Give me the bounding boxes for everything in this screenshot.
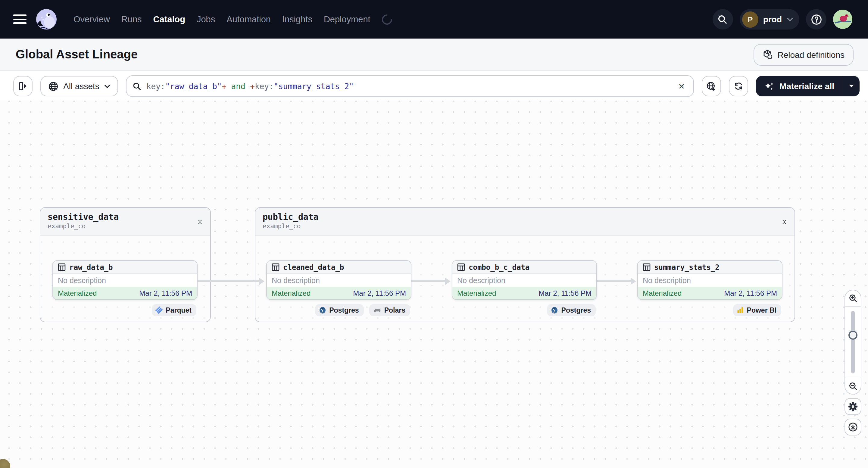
chevron-down-icon — [104, 84, 110, 88]
tag-power-bi[interactable]: Power BI — [733, 304, 781, 316]
asset-node-combo-b-c-data[interactable]: combo_b_c_data No description Materializ… — [452, 260, 597, 300]
nav-left: Overview Runs Catalog Jobs Automation In… — [0, 8, 392, 31]
materialization-timestamp: Mar 2, 11:56 PM — [724, 289, 777, 297]
gear-icon — [848, 402, 858, 411]
zoom-in-button[interactable] — [845, 290, 861, 307]
zoom-in-icon — [848, 293, 858, 303]
nav-item-overview[interactable]: Overview — [73, 14, 110, 24]
group-code-location: example_co — [48, 222, 203, 230]
lineage-toolbar: All assets key:"raw_data_b"+ and +key:"s… — [0, 71, 868, 102]
nav-right: P prod — [713, 9, 868, 30]
globe-plus-icon — [706, 81, 716, 91]
zoom-slider-thumb[interactable] — [848, 331, 858, 340]
tag-label: Power BI — [747, 307, 776, 314]
asset-status-row: Materialized Mar 2, 11:56 PM — [53, 287, 197, 299]
asset-node-header: cleaned_data_b — [267, 261, 411, 274]
tag-label: Polars — [384, 307, 405, 314]
chevron-down-icon — [787, 17, 793, 21]
clear-filter-button[interactable]: ✕ — [676, 81, 687, 92]
asset-node-header: raw_data_b — [53, 261, 197, 274]
deployment-initial-badge: P — [742, 11, 758, 27]
nav-item-insights[interactable]: Insights — [282, 14, 312, 24]
materialize-all-label: Materialize all — [779, 81, 834, 91]
search-icon — [132, 82, 142, 91]
materialization-timestamp: Mar 2, 11:56 PM — [538, 289, 591, 297]
asset-description: No description — [638, 274, 782, 287]
title-bar: Global Asset Lineage Reload definitions — [0, 38, 868, 71]
group-name: public_data — [262, 211, 787, 222]
hamburger-menu-icon[interactable] — [13, 14, 27, 24]
nav-item-runs[interactable]: Runs — [121, 14, 142, 24]
zoom-out-icon — [848, 381, 858, 391]
asset-name: combo_b_c_data — [469, 263, 529, 271]
tag-parquet[interactable]: Parquet — [152, 304, 196, 316]
asset-status-row: Materialized Mar 2, 11:56 PM — [267, 287, 411, 299]
open-side-panel-button[interactable] — [13, 76, 33, 96]
help-button[interactable] — [806, 9, 827, 30]
table-asset-icon — [272, 263, 279, 271]
lineage-edge — [197, 280, 259, 282]
top-nav: Overview Runs Catalog Jobs Automation In… — [0, 0, 868, 38]
filter-query-text: key:"raw_data_b"+ and +key:"summary_stat… — [146, 82, 671, 91]
refresh-button[interactable] — [729, 76, 748, 96]
asset-tags: Postgres — [452, 304, 596, 316]
asset-filter-input[interactable]: key:"raw_data_b"+ and +key:"summary_stat… — [126, 75, 694, 97]
collapse-group-icon[interactable] — [779, 216, 790, 228]
table-asset-icon — [457, 263, 465, 271]
asset-description: No description — [453, 274, 596, 287]
asset-node-raw-data-b[interactable]: raw_data_b No description Materialized M… — [53, 260, 197, 300]
materialize-all-split-button: Materialize all — [756, 76, 860, 96]
powerbi-icon — [737, 307, 744, 314]
nav-item-deployment[interactable]: Deployment — [324, 14, 370, 24]
zoom-slider[interactable] — [845, 307, 861, 378]
asset-scope-dropdown[interactable]: All assets — [40, 76, 118, 96]
user-avatar[interactable] — [833, 10, 852, 29]
materialize-options-button[interactable] — [843, 76, 860, 96]
graph-settings-button[interactable] — [844, 398, 861, 415]
code-location-reload-icon — [762, 50, 773, 60]
add-to-catalog-view-button[interactable] — [702, 76, 721, 96]
reload-definitions-label: Reload definitions — [777, 50, 844, 59]
asset-name: raw_data_b — [69, 263, 113, 271]
materialization-timestamp: Mar 2, 11:56 PM — [139, 289, 192, 297]
asset-status-row: Materialized Mar 2, 11:56 PM — [638, 287, 782, 299]
tag-label: Postgres — [561, 307, 591, 314]
tag-postgres[interactable]: Postgres — [547, 304, 596, 316]
nav-item-catalog[interactable]: Catalog — [153, 14, 185, 24]
group-header: public_data example_co — [255, 208, 795, 236]
asset-name: cleaned_data_b — [283, 263, 344, 271]
tag-label: Parquet — [166, 307, 191, 314]
asset-node-cleaned-data-b[interactable]: cleaned_data_b No description Materializ… — [266, 260, 411, 300]
asset-name: summary_stats_2 — [654, 263, 719, 271]
asset-node-header: summary_stats_2 — [638, 261, 782, 274]
materialized-status: Materialized — [643, 289, 682, 297]
sparkles-icon — [765, 81, 775, 91]
dagster-logo[interactable] — [35, 8, 58, 31]
collapse-group-icon[interactable] — [194, 216, 206, 228]
asset-scope-label: All assets — [63, 81, 99, 91]
materialized-status: Materialized — [58, 289, 97, 297]
zoom-slider-track[interactable] — [851, 311, 855, 373]
nav-item-automation[interactable]: Automation — [226, 14, 271, 24]
materialization-timestamp: Mar 2, 11:56 PM — [353, 289, 406, 297]
deployment-switcher[interactable]: P prod — [740, 9, 799, 30]
download-icon — [848, 422, 858, 432]
search-button[interactable] — [713, 9, 733, 30]
refresh-icon — [734, 81, 743, 91]
table-asset-icon — [58, 263, 66, 271]
group-code-location: example_co — [262, 222, 787, 230]
table-asset-icon — [643, 263, 651, 271]
nav-item-jobs[interactable]: Jobs — [197, 14, 215, 24]
tag-polars[interactable]: Polars — [369, 304, 410, 316]
lineage-edge — [411, 280, 446, 282]
tag-postgres[interactable]: Postgres — [315, 304, 364, 316]
asset-node-summary-stats-2[interactable]: summary_stats_2 No description Materiali… — [637, 260, 782, 300]
materialize-all-button[interactable]: Materialize all — [756, 76, 843, 96]
asset-node-header: combo_b_c_data — [453, 261, 596, 274]
reload-definitions-button[interactable]: Reload definitions — [753, 44, 854, 65]
export-button[interactable] — [844, 418, 861, 435]
zoom-out-button[interactable] — [845, 378, 861, 394]
asset-description: No description — [267, 274, 411, 287]
tag-label: Postgres — [329, 307, 359, 314]
postgres-icon — [318, 306, 326, 314]
